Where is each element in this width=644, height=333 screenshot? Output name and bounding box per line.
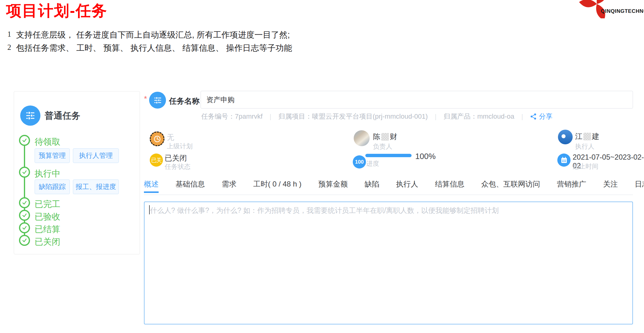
tab-overview[interactable]: 概述 [144,179,159,193]
task-product: 归属产品：mmcloud-oa [443,112,514,121]
status-value: 已关闭 [165,153,187,163]
brand-name: QINQINGTECHNO [601,8,644,14]
status-label: 任务状态 [165,162,190,171]
parent-plan-clock-icon [150,131,164,146]
overview-textarea[interactable] [144,202,633,324]
tab-defects[interactable]: 缺陷 [364,179,379,193]
executor-avatar [558,130,573,144]
owner-avatar [354,130,370,146]
executor-role-label: 执行人 [575,142,594,151]
stage-check-icon [19,210,30,221]
parent-plan-label: 上级计划 [167,142,193,150]
share-link[interactable]: 分享 [530,112,552,121]
tab-basic-info[interactable]: 基础信息 [175,179,205,193]
bullet-number: 1 [7,29,11,40]
progress-badge: 100 [353,155,366,168]
progress-percent: 100% [415,152,436,161]
page-title: 项目计划-任务 [6,1,107,21]
sliders-icon [25,110,36,121]
task-code: 任务编号：7pamrvkf [201,112,262,121]
meta-divider: ｜ [267,113,273,121]
task-project: 归属项目：唛盟云开发平台项目(prj-mmcloud-001) [278,112,428,121]
workflow-panel: 普通任务 待领取 预算管理 执行人管理 执行中 缺陷跟踪 报工、报进度 已完工 … [14,91,140,254]
stage-check-icon [19,197,30,208]
parent-plan-value: 无 [167,132,174,142]
owner-name: 陈 财 [373,132,397,142]
owner-name-text: 财 [390,132,397,142]
progress-fill [365,154,412,157]
date-range-label: 起止时间 [573,162,598,171]
required-asterisk: * [144,94,147,104]
censored-block [381,133,389,141]
page: 项目计划-任务 1 支持任意层级， 任务进度自下而上自动逐级汇总, 所有工作项进… [0,0,644,333]
owner-role-label: 负责人 [373,142,392,151]
executor-name-text: 建 [592,131,599,141]
detail-tabs: 概述 基础信息 需求 工时( 0 / 48 h ) 预算金额 缺陷 执行人 结算… [144,179,644,193]
tab-budget[interactable]: 预算金额 [318,179,348,193]
tabbar-divider [144,194,633,195]
sidebar-stage-completed: 已完工 [35,198,60,210]
stage-check-icon [19,222,30,233]
text-cursor [149,205,150,214]
task-icon [149,92,166,109]
tab-hours[interactable]: 工时( 0 / 48 h ) [253,179,301,193]
owner-name-text: 陈 [373,132,380,142]
tab-executors[interactable]: 执行人 [396,179,418,193]
tab-requirements[interactable]: 需求 [222,179,236,193]
executor-name-text: 江 [575,131,582,141]
feature-bullet-1: 1 支持任意层级， 任务进度自下而上自动逐级汇总, 所有工作项进度一目了然; [7,29,290,40]
budget-management-button[interactable]: 预算管理 [35,148,70,163]
progress-bar [365,154,412,157]
tab-crowdsourcing[interactable]: 众包、互联网访问 [481,179,540,193]
defect-tracking-button[interactable]: 缺陷跟踪 [35,179,70,194]
bullet-text: 包括任务需求、 工时、 预算、 执行人信息、 结算信息、 操作日志等子功能 [16,43,292,54]
tab-settlement[interactable]: 结算信息 [435,179,464,193]
bullet-number: 2 [7,43,11,54]
tab-marketing[interactable]: 营销推广 [557,179,586,193]
task-type-icon [20,105,40,126]
sidebar-stage-pending: 待领取 [35,136,60,148]
tab-logs[interactable]: 日志 [635,179,644,193]
bullet-text: 支持任意层级， 任务进度自下而上自动逐级汇总, 所有工作项进度一目了然; [16,29,290,40]
share-icon [530,113,537,120]
stage-check-icon [19,135,30,146]
task-name-label: 任务名称 [169,96,200,106]
executor-name: 江 建 [575,131,599,141]
feature-bullet-2: 2 包括任务需求、 工时、 预算、 执行人信息、 结算信息、 操作日志等子功能 [7,43,292,54]
task-meta: 任务编号：7pamrvkf ｜ 归属项目：唛盟云开发平台项目(prj-mmclo… [201,112,552,121]
task-name-input[interactable] [201,91,633,109]
progress-label: 进度 [366,159,379,168]
date-range-calendar-icon [557,154,571,167]
censored-block [583,133,591,140]
meta-divider: ｜ [433,113,439,121]
meta-divider: ｜ [519,113,525,121]
workflow-title: 普通任务 [45,110,80,122]
sidebar-stage-settled: 已结算 [35,224,60,235]
share-label: 分享 [539,112,552,121]
stage-check-icon [19,235,30,246]
report-progress-button[interactable]: 报工、报进度 [73,179,119,194]
stage-check-icon [19,167,30,178]
executor-management-button[interactable]: 执行人管理 [73,148,119,163]
sliders-icon [153,96,162,105]
status-badge: 已关 [150,154,163,167]
sidebar-stage-closed: 已关闭 [35,236,60,248]
sidebar-stage-executing: 执行中 [35,168,60,179]
sidebar-stage-accepted: 已验收 [35,211,60,223]
tab-follow[interactable]: 关注 [603,179,618,193]
